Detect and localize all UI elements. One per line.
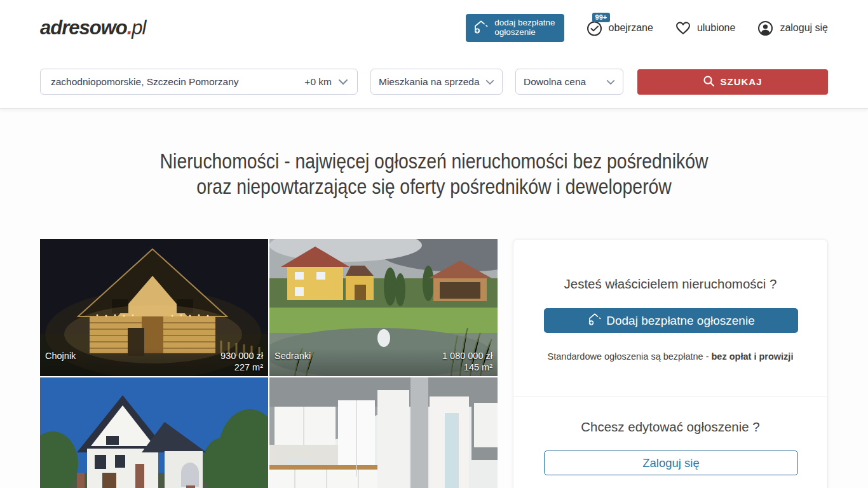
nav-favorites-label: ulubione [697,22,736,34]
owner-section-title: Jesteś właścicielem nieruchomości ? [544,276,797,292]
price-select[interactable]: Dowolna cena [515,69,623,95]
nav-login[interactable]: zaloguj się [757,20,828,37]
page-title-line2: oraz niepowtarzające się oferty pośredni… [61,174,808,200]
listing-price: 1 080 000 zł [442,351,492,361]
heart-icon [675,20,691,36]
search-button-label: SZUKAJ [720,76,762,87]
check-circle-icon [586,20,603,37]
listings-grid: Chojnik 930 000 zł 227 m² [40,239,498,488]
chevron-down-icon [606,76,615,88]
listing-area: 145 m² [275,362,492,372]
category-value: Mieszkania na sprzeda [379,76,482,88]
sidebar-add-listing-button[interactable]: Dodaj bezpłatne ogłoszenie [544,308,798,333]
listing-photo-kitchen [269,377,498,488]
category-select[interactable]: Mieszkania na sprzeda [370,69,503,95]
listing-area: 227 m² [45,362,263,372]
nav-favorites[interactable]: ulubione [675,20,736,36]
sidebar-panel: Jesteś właścicielem nieruchomości ? Doda… [513,239,828,488]
listing-card[interactable]: Sedranki 1 080 000 zł 145 m² [269,239,498,376]
radius-value[interactable]: +0 km [304,76,332,88]
listing-card[interactable]: Warszawa Wola, ul. 950 000 zł [269,377,498,488]
header-nav: dodaj bezpłatne ogłoszenie 99+ obejrzane [466,14,828,42]
edit-section: Chcesz edytować ogłoszenie ? Zaloguj się… [513,396,827,488]
listing-name: Chojnik [45,351,76,361]
nav-viewed[interactable]: 99+ obejrzane [586,20,653,37]
nav-viewed-label: obejrzane [609,22,653,34]
search-button[interactable]: SZUKAJ [637,69,828,95]
listing-price: 930 000 zł [220,351,263,361]
logo-main: adresowo [40,17,127,39]
house-plus-icon [587,312,602,329]
nav-login-label: zaloguj się [780,22,828,34]
top-bar: adresowo.pl dodaj bezpłatne ogłoszenie [0,0,868,109]
listing-card[interactable]: Chojnik 930 000 zł 227 m² [40,239,268,376]
listing-photo-white-house [40,377,268,488]
add-listing-button[interactable]: dodaj bezpłatne ogłoszenie [466,14,564,42]
location-input[interactable]: zachodniopomorskie, Szczecin Pomorzany +… [40,69,358,95]
sidebar-login-label: Zaloguj się [642,456,699,470]
page-title: Nieruchomości - najwięcej ogłoszeń nieru… [0,149,868,200]
owner-section: Jesteś właścicielem nieruchomości ? Doda… [513,240,827,396]
house-plus-icon [473,19,489,37]
listing-name: Sedranki [275,351,311,361]
owner-note-bold: bez opłat i prowizji [712,351,794,362]
search-bar: zachodniopomorskie, Szczecin Pomorzany +… [0,56,868,108]
viewed-count-badge: 99+ [592,13,611,22]
site-logo[interactable]: adresowo.pl [40,17,146,39]
chevron-down-icon[interactable] [338,76,348,88]
logo-tld: pl [132,17,146,39]
owner-note: Standardowe ogłoszenia są bezpłatne - be… [544,351,797,362]
search-icon [703,75,715,89]
listing-overlay: Chojnik 930 000 zł 227 m² [40,348,268,376]
main-content: Chojnik 930 000 zł 227 m² [0,239,868,488]
header: adresowo.pl dodaj bezpłatne ogłoszenie [0,0,868,56]
listing-card[interactable]: Zegocie Podskale, ul. 1 055 000 zł [40,377,268,488]
edit-section-title: Chcesz edytować ogłoszenie ? [544,419,797,435]
user-circle-icon [757,20,774,37]
sidebar-add-listing-label: Dodaj bezpłatne ogłoszenie [606,314,754,328]
location-value: zachodniopomorskie, Szczecin Pomorzany [51,76,304,88]
chevron-down-icon [485,76,494,88]
add-listing-label: dodaj bezpłatne ogłoszenie [494,18,555,37]
listing-overlay: Sedranki 1 080 000 zł 145 m² [269,348,498,376]
sidebar-login-button[interactable]: Zaloguj się [544,451,798,475]
page-title-line1: Nieruchomości - najwięcej ogłoszeń nieru… [61,149,808,174]
price-value: Dowolna cena [524,76,586,88]
